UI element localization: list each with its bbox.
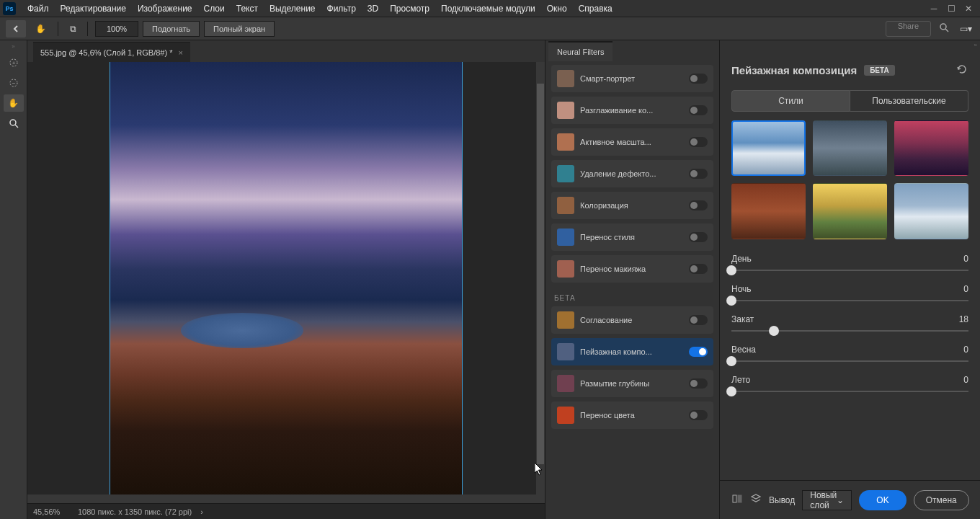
filter-toggle[interactable] [689, 410, 708, 420]
filter-toggle[interactable] [689, 232, 708, 242]
close-tab-icon[interactable]: × [178, 48, 182, 57]
fullscreen-button[interactable]: Полный экран [204, 21, 275, 37]
menu-help[interactable]: Справка [573, 4, 618, 14]
neural-filter-item[interactable]: Смарт-портрет [551, 65, 713, 92]
neural-filter-item[interactable]: Перенос стиля [551, 223, 713, 251]
ellipse-add-tool[interactable]: + [4, 54, 24, 71]
style-preset[interactable] [731, 120, 806, 176]
canvas-viewport[interactable] [27, 62, 545, 494]
share-button[interactable]: Share [886, 21, 931, 37]
zoom-tool[interactable] [4, 115, 24, 132]
expand-tools-icon[interactable]: » [12, 43, 14, 50]
slider-track[interactable] [731, 391, 968, 392]
slider-row: Закат 18 [731, 314, 968, 332]
style-preset[interactable] [813, 120, 887, 176]
style-preset[interactable] [813, 183, 887, 239]
neural-filter-item[interactable]: Согласование [551, 306, 713, 334]
search-icon[interactable] [935, 22, 953, 35]
neural-filter-item[interactable]: Перенос цвета [551, 402, 713, 429]
filter-toggle[interactable] [689, 378, 708, 389]
filter-thumb [557, 375, 574, 392]
svg-text:+: + [12, 60, 15, 66]
menu-3d[interactable]: 3D [362, 4, 384, 14]
filter-toggle[interactable] [689, 264, 708, 274]
hand-tool[interactable]: ✋ [4, 94, 24, 112]
status-zoom[interactable]: 45,56% [33, 507, 69, 516]
style-preset[interactable] [894, 183, 968, 239]
neural-filter-item[interactable]: Активное масшта... [551, 128, 713, 156]
vertical-scrollbar[interactable] [536, 62, 545, 494]
menu-layers[interactable]: Слои [198, 4, 231, 14]
filter-toggle[interactable] [689, 137, 708, 147]
slider-track[interactable] [731, 330, 968, 332]
ellipse-subtract-tool[interactable]: − [4, 74, 24, 92]
filter-settings-content[interactable]: День 0 Ночь 0 Закат 18 Весна 0 Лето 0 [720, 112, 980, 480]
options-toolbar: ✋ ⧉ 100% Подогнать Полный экран Share ▭▾ [0, 17, 980, 40]
window-maximize-button[interactable]: ☐ [943, 1, 960, 16]
menubar: Ps Файл Редактирование Изображение Слои … [0, 0, 980, 17]
filter-thumb [557, 311, 574, 329]
neural-filter-item[interactable]: Удаление дефекто... [551, 160, 713, 187]
slider-track[interactable] [731, 360, 968, 362]
slider-knob[interactable] [726, 386, 736, 396]
svg-point-0 [940, 24, 946, 30]
fit-button[interactable]: Подогнать [143, 21, 200, 37]
slider-label: Ночь [731, 284, 752, 294]
workspace-icon[interactable]: ▭▾ [957, 24, 974, 34]
neural-filter-item[interactable]: Пейзажная компо... [551, 338, 713, 365]
slider-track[interactable] [731, 300, 968, 301]
slider-knob[interactable] [726, 265, 736, 275]
home-button[interactable] [6, 20, 26, 37]
neural-filter-item[interactable]: Размытие глубины [551, 370, 713, 397]
scroll-windows-icon[interactable]: ⧉ [66, 24, 80, 34]
slider-knob[interactable] [726, 296, 736, 306]
filter-label: Активное масшта... [580, 138, 683, 146]
menu-select[interactable]: Выделение [264, 4, 321, 14]
filter-toggle[interactable] [689, 347, 708, 357]
slider-knob[interactable] [769, 326, 779, 336]
menu-text[interactable]: Текст [231, 4, 264, 14]
filter-toggle[interactable] [689, 169, 708, 179]
slider-knob[interactable] [726, 356, 736, 366]
reset-icon[interactable] [956, 63, 968, 78]
cancel-button[interactable]: Отмена [914, 490, 969, 510]
document-tab-title: 555.jpg @ 45,6% (Слой 1, RGB/8#) * [40, 48, 172, 57]
neural-filter-item[interactable]: Разглаживание ко... [551, 97, 713, 124]
neural-filter-item[interactable]: Колоризация [551, 192, 713, 219]
document-tab[interactable]: 555.jpg @ 45,6% (Слой 1, RGB/8#) * × [33, 42, 190, 62]
tab-styles[interactable]: Стили [731, 90, 850, 112]
style-preset[interactable] [731, 183, 806, 239]
menu-window[interactable]: Окно [541, 4, 573, 14]
menu-view[interactable]: Просмотр [384, 4, 435, 14]
filter-toggle[interactable] [689, 74, 708, 84]
neural-filters-panel: Neural Filters Смарт-портрет Разглаживан… [545, 40, 719, 519]
ok-button[interactable]: OK [859, 490, 906, 510]
layers-icon[interactable] [750, 493, 762, 507]
menu-file[interactable]: Файл [22, 4, 55, 14]
filter-toggle[interactable] [689, 315, 708, 325]
filter-label: Перенос макияжа [580, 265, 683, 273]
zoom-input[interactable]: 100% [95, 21, 138, 37]
filter-toggle[interactable] [689, 200, 708, 210]
horizontal-scrollbar[interactable] [27, 494, 545, 503]
neural-filter-item[interactable]: Перенос макияжа [551, 255, 713, 283]
filter-settings-panel: » Пейзажная композиция БЕТА Стили Пользо… [719, 40, 980, 519]
menu-edit[interactable]: Редактирование [55, 4, 132, 14]
expand-panel-icon[interactable]: » [971, 40, 980, 50]
neural-filters-tab[interactable]: Neural Filters [548, 41, 612, 61]
status-chevron-icon[interactable]: › [200, 507, 203, 516]
preview-toggle-icon[interactable] [731, 493, 743, 507]
menu-image[interactable]: Изображение [132, 4, 198, 14]
window-minimize-button[interactable]: ─ [925, 1, 943, 16]
output-select[interactable]: Новый слой ⌄ [802, 490, 852, 510]
menu-plugins[interactable]: Подключаемые модули [435, 4, 541, 14]
slider-track[interactable] [731, 270, 968, 271]
menu-filter[interactable]: Фильтр [321, 4, 362, 14]
slider-row: Ночь 0 [731, 284, 968, 301]
hand-tool-icon[interactable]: ✋ [30, 24, 50, 34]
tab-custom[interactable]: Пользовательские [850, 90, 968, 112]
window-close-button[interactable]: ✕ [960, 1, 977, 16]
style-preset[interactable] [894, 120, 968, 176]
neural-filters-list[interactable]: Смарт-портрет Разглаживание ко... Активн… [545, 62, 719, 519]
filter-toggle[interactable] [689, 105, 708, 115]
